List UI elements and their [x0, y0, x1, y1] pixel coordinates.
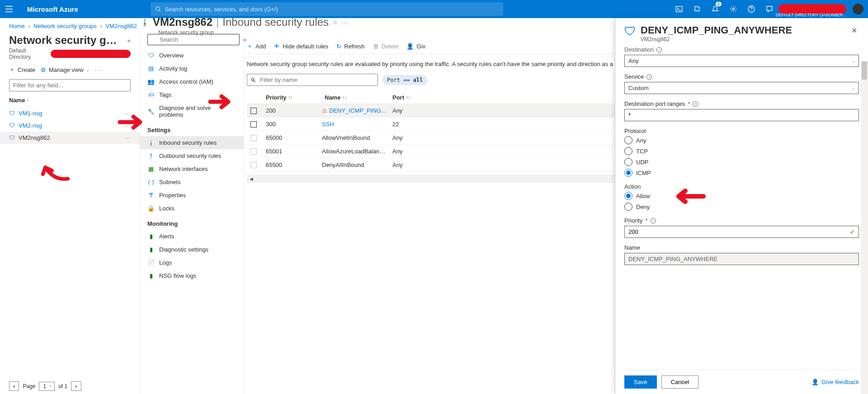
- menu-logs[interactable]: 📄Logs: [140, 256, 244, 269]
- breadcrumb-current[interactable]: VM2nsg862: [105, 23, 137, 29]
- row-checkbox[interactable]: [250, 121, 257, 128]
- page-select[interactable]: 1 ⌵: [39, 382, 55, 391]
- service-select[interactable]: Custom ⌵: [624, 82, 859, 94]
- item-more[interactable]: ···: [124, 110, 131, 117]
- name-input: DENY_ICMP_PING_ANYWHERE: [624, 253, 859, 265]
- settings-icon[interactable]: [724, 0, 742, 18]
- info-icon[interactable]: i: [693, 101, 698, 107]
- scrollbar-thumb[interactable]: [862, 62, 867, 80]
- give-feedback-link[interactable]: 👤 Give feedback: [811, 379, 859, 385]
- global-search-input[interactable]: [165, 6, 498, 13]
- vertical-scrollbar[interactable]: [861, 62, 868, 394]
- wrench-icon: 🔧: [147, 108, 155, 115]
- directories-icon[interactable]: [688, 0, 706, 18]
- breadcrumb-nsg[interactable]: Network security groups: [33, 23, 96, 29]
- menu-diagnose[interactable]: 🔧Diagnose and solve problems: [140, 101, 244, 121]
- prev-page-button[interactable]: ‹: [9, 381, 19, 391]
- name-column-header[interactable]: Name ↑: [9, 97, 131, 104]
- shield-icon: 🛡: [9, 110, 15, 117]
- row-checkbox[interactable]: [250, 148, 257, 155]
- menu-subnets[interactable]: ⟨·⟩Subnets: [140, 176, 244, 189]
- detail-subtitle: VM2nsg862: [641, 36, 849, 43]
- list-filter-input[interactable]: [9, 79, 131, 91]
- menu-overview[interactable]: 🛡Overview: [140, 49, 244, 62]
- breadcrumb-home[interactable]: Home: [9, 23, 25, 29]
- row-checkbox[interactable]: [250, 162, 257, 168]
- info-icon[interactable]: i: [656, 47, 662, 52]
- priority-input[interactable]: ✓: [624, 226, 859, 238]
- radio-icon: [624, 169, 632, 177]
- close-panel-button[interactable]: ✕: [849, 24, 859, 37]
- protocol-radio-udp[interactable]: UDP: [624, 158, 859, 166]
- collapse-list-icon[interactable]: «: [127, 37, 131, 44]
- info-icon[interactable]: i: [646, 74, 652, 80]
- help-icon[interactable]: [742, 0, 760, 18]
- next-page-button[interactable]: ›: [71, 381, 81, 391]
- item-more[interactable]: ···: [124, 122, 131, 129]
- plus-icon: ＋: [9, 66, 15, 74]
- info-icon[interactable]: i: [651, 218, 656, 223]
- menu-inbound-rules[interactable]: ⭳Inbound security rules: [140, 136, 244, 149]
- menu-tags[interactable]: 🏷Tags: [140, 88, 244, 101]
- top-bar: Microsoft Azure 2 DEFAULT DIRECTORY (JAS…: [0, 0, 868, 18]
- dport-label: Destination port ranges * i: [624, 100, 859, 107]
- col-priority[interactable]: Priority↑↓: [263, 94, 322, 101]
- nsg-list-item[interactable]: 🛡VM1-nsg···: [0, 107, 140, 119]
- rule-name-link[interactable]: SSH: [322, 121, 390, 128]
- menu-diagnostic-settings[interactable]: ▮Diagnostic settings: [140, 243, 244, 256]
- menu-outbound-rules[interactable]: ⭱Outbound security rules: [140, 149, 244, 162]
- nsg-list-item[interactable]: 🛡VM2-nsg···: [0, 119, 140, 132]
- destination-select[interactable]: Any ⌵: [624, 55, 859, 67]
- protocol-radio-any[interactable]: Any: [624, 136, 859, 144]
- col-port[interactable]: Port↑↓: [390, 94, 426, 101]
- nsg-list-item[interactable]: 🛡VM2nsg862···: [0, 132, 140, 144]
- resource-title: VM2nsg862: [153, 16, 212, 28]
- brand[interactable]: Microsoft Azure: [18, 5, 87, 13]
- global-search[interactable]: [151, 2, 503, 16]
- more-actions[interactable]: ···: [341, 19, 349, 26]
- dport-input[interactable]: [624, 109, 859, 121]
- delete-button[interactable]: 🗑Delete: [373, 43, 399, 50]
- col-name[interactable]: Name↑↓: [322, 94, 390, 101]
- people-icon: 👥: [147, 78, 155, 85]
- search-icon: [155, 6, 161, 12]
- menu-alerts[interactable]: ▮Alerts: [140, 230, 244, 243]
- row-checkbox[interactable]: [250, 135, 257, 141]
- protocol-radio-icmp[interactable]: ICMP: [624, 169, 859, 177]
- rule-name-filter-input[interactable]: [247, 74, 378, 86]
- hamburger-menu[interactable]: [0, 0, 18, 18]
- blade-title: Inbound security rules: [222, 16, 329, 28]
- action-radio-deny[interactable]: Deny: [624, 203, 859, 211]
- add-rule-button[interactable]: ＋Add: [247, 42, 266, 50]
- menu-locks[interactable]: 🔒Locks: [140, 202, 244, 215]
- trash-icon: 🗑: [373, 43, 379, 50]
- more-commands[interactable]: ···: [94, 66, 102, 73]
- menu-network-interfaces[interactable]: ▦Network interfaces: [140, 162, 244, 176]
- menu-activity-log[interactable]: ▤Activity log: [140, 62, 244, 75]
- menu-iam[interactable]: 👥Access control (IAM): [140, 75, 244, 88]
- resource-type-label: Network security group: [158, 29, 214, 36]
- port-filter-pill[interactable]: Port == all: [382, 75, 428, 85]
- create-button[interactable]: ＋ Create: [9, 66, 35, 74]
- favorite-star-icon[interactable]: ☆: [332, 19, 338, 26]
- give-feedback-button[interactable]: 👤Giv: [406, 43, 425, 50]
- row-checkbox[interactable]: [250, 108, 257, 114]
- item-more[interactable]: ···: [124, 134, 131, 141]
- rule-name-link[interactable]: ⚠DENY_ICMP_PING…: [322, 107, 390, 114]
- protocol-radio-tcp[interactable]: TCP: [624, 147, 859, 155]
- action-radio-allow[interactable]: Allow: [624, 192, 859, 200]
- cancel-button[interactable]: Cancel: [661, 375, 698, 389]
- refresh-button[interactable]: ↻Refresh: [336, 43, 365, 50]
- menu-nsg-flow-logs[interactable]: ▮NSG flow logs: [140, 269, 244, 282]
- hide-default-button[interactable]: 👁Hide default rules: [274, 43, 328, 50]
- name-label: Name: [624, 244, 859, 251]
- search-icon: 🔍︎: [250, 76, 256, 83]
- scroll-left-icon[interactable]: ◀: [247, 176, 255, 181]
- notifications-icon[interactable]: 2: [706, 0, 724, 18]
- manage-view-button[interactable]: ⚙ Manage view ⌵: [41, 66, 89, 73]
- avatar[interactable]: [853, 4, 863, 14]
- svg-rect-1: [676, 6, 682, 12]
- save-button[interactable]: Save: [624, 375, 657, 389]
- cloud-shell-icon[interactable]: [670, 0, 688, 18]
- menu-properties[interactable]: ₸Properties: [140, 189, 244, 202]
